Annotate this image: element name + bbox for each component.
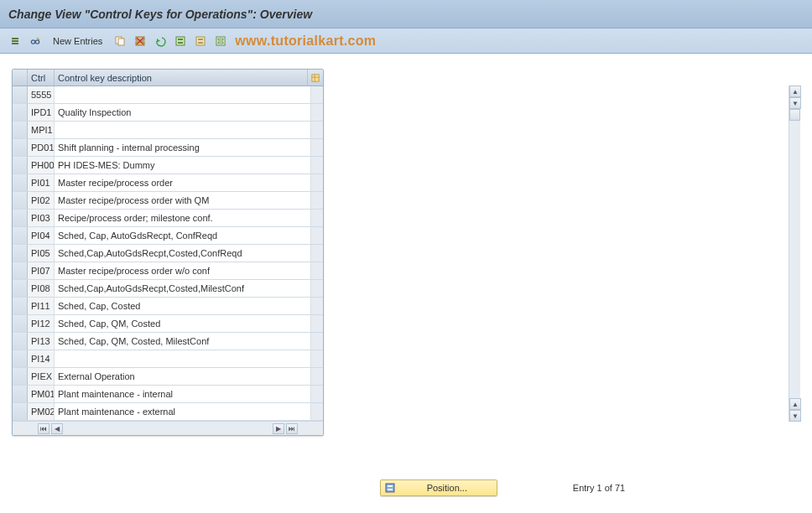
ctrl-cell[interactable]: IPD1 [28,104,55,121]
select-all-button[interactable] [172,33,189,49]
table-row[interactable]: PI13 Sched, Cap, QM, Costed, MilestConf [13,333,323,350]
row-selector[interactable] [13,86,28,103]
ctrl-cell[interactable]: PI12 [28,315,55,332]
select-block-button[interactable] [192,33,209,49]
position-button[interactable]: Position... [380,479,497,496]
desc-cell[interactable]: Sched,Cap,AutoGdsRecpt,Costed,MilestConf [55,280,311,297]
ctrl-cell[interactable]: PI07 [28,262,55,279]
display-change-button[interactable] [27,33,44,49]
vscroll-down2-button[interactable]: ▼ [789,410,801,422]
table-row[interactable]: PI01 Master recipe/process order [13,174,323,192]
desc-column-header[interactable]: Control key description [55,70,308,86]
vscroll-track[interactable] [789,109,800,398]
vertical-scrollbar[interactable]: ▲ ▼ ▲ ▼ [789,86,800,422]
desc-cell[interactable]: Recipe/process order; milestone conf. [55,210,311,226]
desc-cell[interactable] [55,350,311,367]
table-row[interactable]: PI12 Sched, Cap, QM, Costed [13,315,323,333]
desc-cell[interactable]: Quality Inspection [55,104,311,121]
deselect-all-button[interactable] [212,33,229,49]
row-selector[interactable] [13,298,28,314]
desc-cell[interactable]: Sched, Cap, Costed [55,298,311,314]
ctrl-cell[interactable]: PI14 [28,350,55,367]
vscroll-up2-button[interactable]: ▲ [789,398,801,410]
vscroll-up-button[interactable]: ▲ [789,86,801,97]
desc-cell[interactable]: Sched, Cap, QM, Costed, MilestConf [55,333,311,350]
desc-cell[interactable] [55,122,311,138]
hscroll-last-button[interactable]: ⏭ [286,423,298,434]
desc-cell[interactable]: PH IDES-MES: Dummy [55,157,311,174]
table-row[interactable]: PI03 Recipe/process order; milestone con… [13,210,323,227]
row-selector[interactable] [13,139,28,156]
row-selector[interactable] [13,122,28,138]
vscroll-thumb[interactable] [789,109,800,121]
undo-button[interactable] [152,33,169,49]
table-row[interactable]: PI07 Master recipe/process order w/o con… [13,262,323,280]
desc-cell[interactable]: Plant maintenance - external [55,403,311,420]
table-row[interactable]: PI14 [13,350,323,368]
ctrl-cell[interactable]: PI02 [28,192,55,209]
table-row[interactable]: 5555 [13,86,323,104]
desc-cell[interactable]: Sched, Cap, QM, Costed [55,315,311,332]
ctrl-cell[interactable]: PIEX [28,368,55,385]
configure-columns-button[interactable] [308,70,323,86]
ctrl-cell[interactable]: PI03 [28,210,55,226]
table-row[interactable]: MPI1 [13,122,323,139]
ctrl-cell[interactable]: PI05 [28,245,55,262]
row-selector[interactable] [13,262,28,279]
row-selector[interactable] [13,386,28,402]
row-selector[interactable] [13,350,28,367]
table-row[interactable]: PM01 Plant maintenance - internal [13,386,323,403]
ctrl-column-header[interactable]: Ctrl [28,70,55,86]
delete-button[interactable] [132,33,148,49]
ctrl-cell[interactable]: PD01 [28,139,55,156]
desc-cell[interactable]: Master recipe/process order w/o conf [55,262,311,279]
row-selector[interactable] [13,174,28,191]
ctrl-cell[interactable]: PI04 [28,227,55,244]
ctrl-cell[interactable]: 5555 [28,86,55,103]
row-selector[interactable] [13,315,28,332]
new-entries-button[interactable]: New Entries [47,33,108,49]
ctrl-cell[interactable]: PI13 [28,333,55,350]
table-row[interactable]: PD01 Shift planning - internal processin… [13,139,323,157]
horizontal-scrollbar[interactable]: ⏮ ◀ ▶ ⏭ [13,421,323,435]
desc-cell[interactable] [55,86,311,103]
row-selector[interactable] [13,280,28,297]
ctrl-cell[interactable]: PM02 [28,403,55,420]
vscroll-down-button[interactable]: ▼ [789,97,801,109]
desc-cell[interactable]: Sched, Cap, AutoGdsRecpt, ConfReqd [55,227,311,244]
desc-cell[interactable]: Sched,Cap,AutoGdsRecpt,Costed,ConfReqd [55,245,311,262]
row-selector[interactable] [13,227,28,244]
row-selector[interactable] [13,333,28,350]
table-row[interactable]: PI05 Sched,Cap,AutoGdsRecpt,Costed,ConfR… [13,245,323,262]
row-selector[interactable] [13,368,28,385]
table-row[interactable]: PM02 Plant maintenance - external [13,403,323,421]
desc-cell[interactable]: External Operation [55,368,311,385]
row-selector[interactable] [13,157,28,174]
copy-as-button[interactable] [112,33,128,49]
ctrl-cell[interactable]: PH00 [28,157,55,174]
ctrl-cell[interactable]: PI01 [28,174,55,191]
table-row[interactable]: PI11 Sched, Cap, Costed [13,298,323,315]
desc-cell[interactable]: Plant maintenance - internal [55,386,311,402]
row-selector[interactable] [13,245,28,262]
ctrl-cell[interactable]: MPI1 [28,122,55,138]
table-row[interactable]: PI04 Sched, Cap, AutoGdsRecpt, ConfReqd [13,227,323,245]
table-row[interactable]: IPD1 Quality Inspection [13,104,323,122]
other-view-button[interactable] [7,33,23,49]
ctrl-cell[interactable]: PI11 [28,298,55,314]
desc-cell[interactable]: Shift planning - internal processing [55,139,311,156]
table-row[interactable]: PI08 Sched,Cap,AutoGdsRecpt,Costed,Miles… [13,280,323,298]
row-selector[interactable] [13,210,28,226]
hscroll-track[interactable] [65,423,271,434]
table-row[interactable]: PH00 PH IDES-MES: Dummy [13,157,323,174]
table-row[interactable]: PI02 Master recipe/process order with QM [13,192,323,210]
table-row[interactable]: PIEX External Operation [13,368,323,386]
desc-cell[interactable]: Master recipe/process order with QM [55,192,311,209]
hscroll-left-button[interactable]: ◀ [51,423,63,434]
hscroll-first-button[interactable]: ⏮ [38,423,49,434]
ctrl-cell[interactable]: PM01 [28,386,55,402]
desc-cell[interactable]: Master recipe/process order [55,174,311,191]
select-column-header[interactable] [13,70,28,86]
row-selector[interactable] [13,104,28,121]
row-selector[interactable] [13,403,28,420]
